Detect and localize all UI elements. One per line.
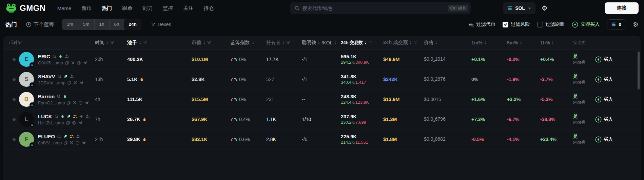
- funnel-icon[interactable]: [368, 40, 373, 45]
- globe-icon[interactable]: [77, 61, 81, 65]
- token-name[interactable]: FLUFO: [38, 134, 55, 139]
- table-row[interactable]: L LUCK HzHZd...ump 7h 26.7K $67.9K 0.4% …: [3, 109, 641, 129]
- dexes-filter[interactable]: Dexes: [151, 22, 171, 27]
- token-avatar[interactable]: E: [19, 52, 34, 67]
- instant-buy-button[interactable]: 立即买入: [572, 21, 600, 28]
- funnel-icon[interactable]: [286, 40, 290, 45]
- preset-amount[interactable]: 0: [607, 19, 625, 29]
- column-header-24h 交易数[interactable]: 24h 交易数▲▼: [341, 40, 383, 46]
- flame-icon[interactable]: [58, 54, 63, 59]
- tab-5m[interactable]: 5m: [78, 19, 94, 30]
- nav-item-5[interactable]: 刮刀: [142, 5, 153, 12]
- nav-item-3[interactable]: 热门: [102, 5, 112, 12]
- token-avatar[interactable]: F: [19, 132, 34, 147]
- people-icon[interactable]: [69, 134, 74, 139]
- column-header-1m%[interactable]: 1m%▲▼: [471, 40, 507, 45]
- tab-1h[interactable]: 1h: [94, 19, 109, 30]
- sort-icon[interactable]: ▲▼: [282, 41, 284, 45]
- flame-icon[interactable]: [63, 94, 67, 99]
- favorite-star-icon[interactable]: [9, 97, 19, 102]
- people-icon[interactable]: [73, 114, 77, 119]
- x-icon[interactable]: [73, 81, 77, 85]
- column-header-时间[interactable]: 时间▲▼: [95, 40, 127, 46]
- settings-gear-icon[interactable]: ⚙: [542, 4, 548, 12]
- pill-icon[interactable]: [63, 134, 67, 139]
- x-icon[interactable]: [71, 61, 75, 65]
- buy-button[interactable]: 买入: [595, 96, 613, 103]
- search-box[interactable]: Ctrl alt K: [290, 2, 471, 14]
- copy-icon[interactable]: [66, 121, 70, 125]
- token-address[interactable]: 8bfVV...ump: [38, 140, 62, 145]
- funnel-icon[interactable]: [413, 40, 418, 45]
- filter-token-button[interactable]: 过滤代币: [468, 21, 495, 27]
- next-bluechip-link[interactable]: 下个蓝筹: [26, 21, 54, 28]
- sort-icon[interactable]: ▲▼: [484, 41, 486, 45]
- column-header-5m%[interactable]: 5m%▲▼: [507, 40, 540, 45]
- token-name[interactable]: SHAVV: [38, 74, 55, 79]
- token-avatar[interactable]: S: [19, 72, 34, 87]
- nav-item-2[interactable]: 新币: [81, 5, 92, 12]
- telegram-icon[interactable]: [84, 101, 89, 105]
- funnel-icon[interactable]: [18, 40, 22, 45]
- dev-icon[interactable]: [85, 114, 90, 119]
- favorite-star-icon[interactable]: [9, 57, 19, 62]
- column-header-蓝筹指数[interactable]: 蓝筹指数▲▼: [231, 40, 266, 46]
- column-header-价格[interactable]: 价格▲▼: [424, 40, 471, 46]
- buy-button[interactable]: 买入: [595, 136, 613, 143]
- search-input[interactable]: [303, 5, 445, 11]
- sort-icon[interactable]: ▲▼: [252, 41, 254, 45]
- search-icon[interactable]: [52, 54, 57, 59]
- favorite-star-icon[interactable]: [9, 77, 19, 82]
- token-avatar[interactable]: B: [19, 92, 34, 107]
- copy-icon[interactable]: [67, 81, 72, 85]
- x-icon[interactable]: [70, 141, 74, 145]
- search-icon[interactable]: [57, 94, 61, 99]
- sort-icon[interactable]: ▲▼: [435, 41, 437, 45]
- table-row[interactable]: B Barron FpmG2...ump 4h 111.5K $15.5M 0%…: [3, 89, 641, 109]
- tab-24h[interactable]: 24h: [124, 19, 141, 30]
- search-icon[interactable]: [57, 134, 61, 139]
- sort-icon[interactable]: ▲▼: [318, 41, 320, 45]
- dev-icon[interactable]: [70, 74, 74, 79]
- chain-selector[interactable]: SOL: [503, 2, 535, 14]
- flame-icon[interactable]: [60, 114, 65, 119]
- column-header-市值[interactable]: 市值▲▼: [192, 39, 231, 46]
- token-avatar[interactable]: L: [19, 112, 34, 127]
- token-address[interactable]: 3DBVm...ump: [38, 80, 65, 85]
- sort-icon[interactable]: ▲▼: [520, 41, 522, 45]
- nav-item-6[interactable]: 监控: [163, 5, 173, 12]
- filter-wash-checkbox[interactable]: 过滤刷量: [537, 21, 564, 27]
- connect-button[interactable]: 连接: [605, 2, 639, 14]
- telegram-icon[interactable]: [79, 81, 83, 85]
- filter-risk-checkbox[interactable]: 过滤风险: [503, 21, 530, 27]
- globe-icon[interactable]: [78, 101, 83, 105]
- token-address[interactable]: CfXK5...ump: [38, 60, 63, 65]
- telegram-icon[interactable]: [81, 141, 86, 145]
- token-name[interactable]: Barron: [38, 94, 55, 99]
- pill-icon[interactable]: [66, 114, 71, 119]
- column-header-24h 成交额[interactable]: 24h 成交额▲▼: [383, 39, 424, 46]
- tab-6h[interactable]: 6h: [109, 19, 124, 30]
- nav-item-1[interactable]: Meme: [57, 5, 72, 11]
- scrollbar-thumb[interactable]: [638, 52, 640, 89]
- token-address[interactable]: FpmG2...ump: [38, 100, 65, 105]
- list-settings-gear-icon[interactable]: ⚙: [633, 21, 639, 28]
- tab-1m[interactable]: 1m: [62, 19, 78, 30]
- sort-icon[interactable]: ▲▼: [365, 41, 367, 45]
- sort-icon[interactable]: ▲▼: [203, 41, 205, 45]
- globe-icon[interactable]: [72, 121, 76, 125]
- sort-icon[interactable]: ▲▼: [552, 41, 554, 45]
- column-header-聪明钱[interactable]: 聪明钱▲▼/KOL▲▼: [302, 40, 341, 46]
- x-icon[interactable]: [73, 101, 77, 105]
- pill-icon[interactable]: [63, 74, 68, 79]
- token-name[interactable]: ERIC: [38, 54, 50, 59]
- column-header-1h%[interactable]: 1h%▲▼: [540, 40, 573, 45]
- funnel-icon[interactable]: [207, 40, 211, 45]
- buy-button[interactable]: 买入: [595, 76, 613, 83]
- sort-icon[interactable]: ▲▼: [106, 41, 108, 45]
- sort-icon[interactable]: ▲▼: [334, 41, 336, 45]
- favorite-star-icon[interactable]: [9, 137, 19, 142]
- dev-icon[interactable]: [76, 134, 80, 139]
- table-row[interactable]: E ERIC CfXK5...ump 20h 400.2K $10.1M 0% …: [3, 49, 641, 69]
- telegram-icon[interactable]: [78, 121, 82, 125]
